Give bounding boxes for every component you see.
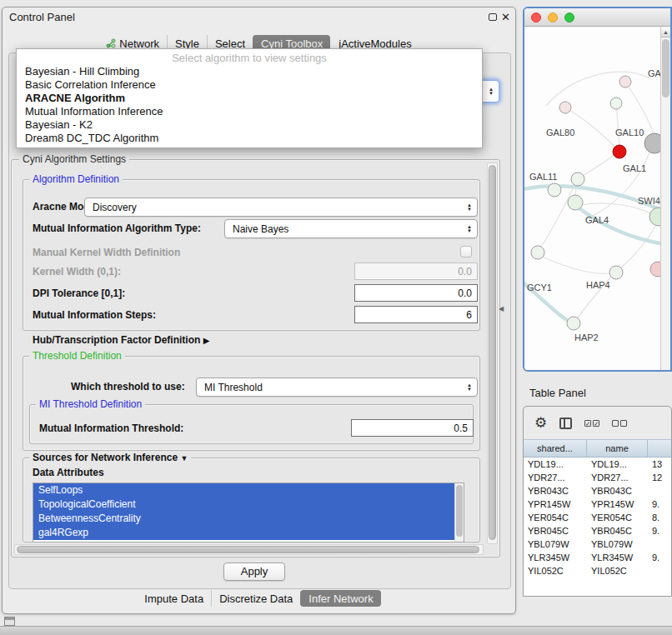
checked-box-icon: ✓ [593, 420, 599, 427]
attribute-gal4rgexp[interactable]: gal4RGexp [33, 526, 455, 540]
network-view-window: GALGAL80GAL10GAL11GAL1SWI4GAL4GCY1HAP4HA… [523, 7, 672, 372]
algorithm-option-basic-correlation-inference[interactable]: Basic Correlation Inference [17, 78, 482, 92]
data-attributes-list[interactable]: SelfLoopsTopologicalCoefficientBetweenne… [33, 482, 464, 542]
network-scrollbar-thumb[interactable] [662, 39, 669, 98]
mi-algorithm-type-select[interactable]: Naive Bayes ▲▼ [224, 219, 478, 238]
algorithm-option-bayesian-k2[interactable]: Bayesian - K2 [17, 118, 482, 132]
table-row-ybl079w[interactable]: YBL079WYBL079W [524, 538, 671, 551]
network-edge [546, 72, 649, 106]
table-cell: YDL19... [587, 458, 648, 471]
attribute-topologicalcoefficient[interactable]: TopologicalCoefficient [33, 498, 455, 512]
tab-infer-network[interactable]: Infer Network [300, 590, 380, 607]
aracne-mode-select[interactable]: Discovery ▲▼ [84, 198, 478, 217]
table-cell [648, 484, 671, 498]
settings-horizontal-scrollbar-thumb[interactable] [17, 546, 479, 553]
table-header-row: shared...name [524, 439, 671, 458]
algorithm-option-dream8-dc-tdc-algorithm[interactable]: Dream8 DC_TDC Algorithm [17, 132, 482, 145]
table-row-ybr045c[interactable]: YBR045CYBR045C9. [524, 524, 671, 538]
table-row-ydl19[interactable]: YDL19...YDL19...13 [524, 458, 671, 471]
mi-algorithm-type-label: Mutual Information Algorithm Type: [33, 222, 201, 235]
network-window-titlebar[interactable] [524, 8, 670, 27]
network-canvas[interactable]: GALGAL80GAL10GAL11GAL1SWI4GAL4GCY1HAP4HA… [524, 27, 670, 371]
network-graph: GALGAL80GAL10GAL11GAL1SWI4GAL4GCY1HAP4HA… [524, 27, 670, 371]
table-row-yer054c[interactable]: YER054CYER054C8. [524, 511, 671, 524]
control-panel-titlebar[interactable]: Control Panel ✕ [3, 8, 515, 28]
network-node-gal80[interactable] [559, 102, 571, 113]
mi-steps-label: Mutual Information Steps: [33, 309, 156, 322]
network-node-gal1-red[interactable] [613, 145, 626, 158]
network-node-gcy1[interactable] [531, 246, 544, 259]
manual-kernel-width-label: Manual Kernel Width Definition [33, 247, 180, 259]
attribute-betweennesscentrality[interactable]: BetweennessCentrality [33, 512, 455, 526]
table-cell: YDR27... [524, 471, 587, 484]
float-window-icon[interactable] [489, 13, 497, 21]
network-node-above-gal10[interactable] [610, 98, 622, 109]
column-header-col[interactable] [648, 440, 671, 457]
columns-icon[interactable] [559, 418, 572, 429]
network-node-top-pink[interactable] [619, 76, 631, 88]
settings-vertical-scrollbar-thumb[interactable] [489, 165, 496, 540]
network-node-mid-green[interactable] [571, 172, 584, 186]
column-header-name[interactable]: name [587, 440, 648, 457]
hub-section-toggle[interactable]: Hub/Transcription Factor Definition ▶ [33, 334, 209, 347]
table-toolbar: ⚙ ✓ ✓ [524, 407, 671, 439]
dpi-tolerance-input[interactable]: 0.0 [354, 284, 478, 302]
table-cell: YER054C [524, 511, 587, 524]
manual-kernel-width-checkbox[interactable] [460, 246, 472, 258]
deselect-all-icon[interactable] [612, 420, 627, 427]
node-label-gal1: GAL1 [623, 163, 646, 173]
tab-label: Infer Network [308, 592, 373, 605]
zoom-traffic-light-icon[interactable] [564, 12, 574, 22]
combo-arrows-icon: ▲▼ [489, 88, 494, 96]
table-row-ylr345w[interactable]: YLR345WYLR345W9. [524, 551, 671, 564]
table-cell: YBR043C [587, 484, 648, 498]
table-row-ydr27[interactable]: YDR27...YDR27...12 [524, 471, 671, 484]
column-header-shared[interactable]: shared... [524, 440, 587, 457]
table-cell: 12 [648, 471, 671, 484]
table-cell: 13 [648, 458, 671, 471]
list-scrollbar[interactable] [454, 483, 464, 542]
table-row-ybr043c[interactable]: YBR043CYBR043C [524, 484, 671, 498]
network-node-hap2[interactable] [567, 317, 580, 330]
mi-threshold-input[interactable]: 0.5 [351, 419, 474, 437]
settings-horizontal-scrollbar[interactable] [14, 544, 484, 555]
mi-threshold-definition-title: MI Threshold Definition [36, 398, 145, 410]
close-window-icon[interactable]: ✕ [501, 11, 510, 23]
restore-panel-icon[interactable] [4, 617, 15, 626]
minimize-traffic-light-icon[interactable] [548, 12, 558, 22]
select-all-icon[interactable]: ✓ ✓ [584, 420, 599, 427]
close-traffic-light-icon[interactable] [531, 12, 541, 22]
splitter-collapse-icon[interactable]: ◀ [499, 305, 504, 312]
list-scrollbar-thumb[interactable] [456, 485, 463, 537]
table-cell: YBL079W [524, 538, 587, 551]
table-cell: YDR27... [587, 471, 648, 484]
algorithm-option-aracne-algorithm[interactable]: ARACNE Algorithm [17, 92, 482, 105]
tab-discretize-data[interactable]: Discretize Data [211, 590, 300, 607]
popup-placeholder-text: Select algorithm to view settings [17, 51, 482, 65]
tab-impute-data[interactable]: Impute Data [137, 590, 211, 607]
table-cell: 9. [648, 524, 671, 538]
network-edge [543, 257, 609, 273]
scroll-up-icon[interactable]: ▲ [661, 27, 670, 38]
node-label-gal80: GAL80 [546, 128, 574, 138]
network-vertical-scrollbar[interactable]: ▲ [660, 27, 670, 371]
apply-button[interactable]: Apply [223, 562, 285, 581]
sources-section-toggle[interactable]: Sources for Network Inference ▼ [29, 452, 191, 463]
which-threshold-select[interactable]: MI Threshold ▲▼ [196, 378, 478, 397]
table-panel-window: ⚙ ✓ ✓ shared...name YDL19...YDL19...13YD… [523, 406, 672, 597]
table-row-ypr145w[interactable]: YPR145WYPR145W9. [524, 498, 671, 511]
kernel-width-input: 0.0 [354, 262, 478, 280]
settings-vertical-scrollbar[interactable] [487, 162, 498, 544]
network-icon [106, 38, 116, 48]
network-node-hap4[interactable] [609, 266, 623, 279]
network-node-gal4[interactable] [568, 195, 583, 210]
table-row-yil052c[interactable]: YIL052CYIL052C [524, 564, 671, 578]
attribute-selfloops[interactable]: SelfLoops [33, 483, 455, 498]
dpi-tolerance-label: DPI Tolerance [0,1]: [33, 288, 125, 300]
algorithm-option-mutual-information-inference[interactable]: Mutual Information Inference [17, 105, 482, 118]
mi-steps-input[interactable]: 6 [354, 306, 478, 323]
network-node-gal11[interactable] [548, 183, 561, 197]
algorithm-option-bayesian-hill-climbing[interactable]: Bayesian - Hill Climbing [17, 65, 482, 78]
table-cell: 9. [648, 551, 671, 564]
gear-icon[interactable]: ⚙ [534, 416, 547, 430]
